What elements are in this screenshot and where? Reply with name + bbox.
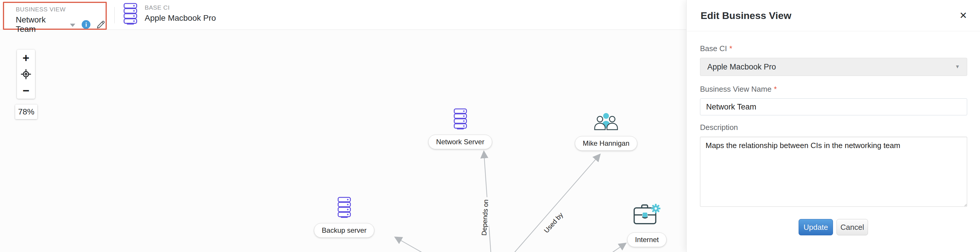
center-view-button[interactable] bbox=[21, 69, 31, 80]
business-view-name-field-label: Business View Name * bbox=[700, 85, 967, 94]
business-view-dropdown[interactable]: Network Team bbox=[16, 15, 67, 34]
edit-business-view-panel: Edit Business View ✕ Base CI * Apple Mac… bbox=[686, 0, 980, 252]
chevron-down-icon[interactable] bbox=[70, 24, 75, 27]
node-label: Internet bbox=[627, 233, 667, 247]
required-asterisk: * bbox=[729, 44, 732, 53]
base-ci-label: BASE CI bbox=[145, 4, 216, 11]
close-icon[interactable]: ✕ bbox=[959, 11, 967, 20]
panel-body: Base CI * Apple Macbook Pro ▼ Business V… bbox=[687, 31, 980, 235]
business-view-label: BUSINESS VIEW bbox=[16, 6, 106, 13]
node-network-server[interactable]: Network Server bbox=[428, 108, 492, 149]
node-label: Network Server bbox=[428, 135, 492, 149]
business-view-name-input[interactable] bbox=[700, 99, 967, 115]
people-icon bbox=[594, 113, 618, 132]
server-icon bbox=[123, 3, 138, 26]
edit-pencil-icon[interactable] bbox=[96, 20, 106, 29]
select-caret-icon: ▼ bbox=[955, 64, 960, 70]
required-asterisk: * bbox=[774, 85, 777, 94]
cancel-button[interactable]: Cancel bbox=[837, 219, 868, 235]
crosshair-icon bbox=[21, 69, 31, 80]
map-zoom-controls: + − bbox=[17, 49, 35, 99]
zoom-out-button[interactable]: − bbox=[22, 85, 29, 96]
panel-actions: Update Cancel bbox=[799, 219, 967, 235]
node-backup-server[interactable]: Backup server bbox=[314, 197, 374, 238]
base-ci-summary: BASE CI Apple Macbook Pro bbox=[123, 3, 216, 26]
base-ci-select[interactable]: Apple Macbook Pro ▼ bbox=[700, 58, 967, 76]
info-icon[interactable]: i bbox=[82, 20, 91, 29]
base-ci-field-label: Base CI * bbox=[700, 44, 967, 53]
panel-title: Edit Business View bbox=[701, 10, 791, 21]
edge-to-internet bbox=[595, 244, 625, 252]
edge-used-by bbox=[509, 155, 600, 252]
zoom-in-button[interactable]: + bbox=[22, 52, 29, 64]
base-ci-selected-value: Apple Macbook Pro bbox=[707, 62, 776, 72]
edge-to-backup-server bbox=[396, 238, 426, 252]
briefcase-gear-icon bbox=[633, 204, 661, 228]
zoom-level-badge: 78% bbox=[15, 105, 37, 119]
update-button[interactable]: Update bbox=[799, 219, 833, 235]
node-label: Backup server bbox=[314, 223, 374, 238]
node-internet[interactable]: Internet bbox=[627, 204, 667, 247]
panel-header: Edit Business View ✕ bbox=[687, 0, 980, 31]
server-icon bbox=[453, 108, 467, 131]
base-ci-value: Apple Macbook Pro bbox=[145, 13, 216, 23]
node-label: Mike Hannigan bbox=[575, 136, 637, 151]
description-textarea[interactable]: Maps the relationship between CIs in the… bbox=[700, 137, 967, 207]
business-view-selector-highlight: BUSINESS VIEW Network Team i bbox=[3, 2, 107, 30]
server-icon bbox=[337, 197, 351, 219]
description-field-label: Description bbox=[700, 123, 967, 132]
node-mike-hannigan[interactable]: Mike Hannigan bbox=[575, 113, 637, 151]
